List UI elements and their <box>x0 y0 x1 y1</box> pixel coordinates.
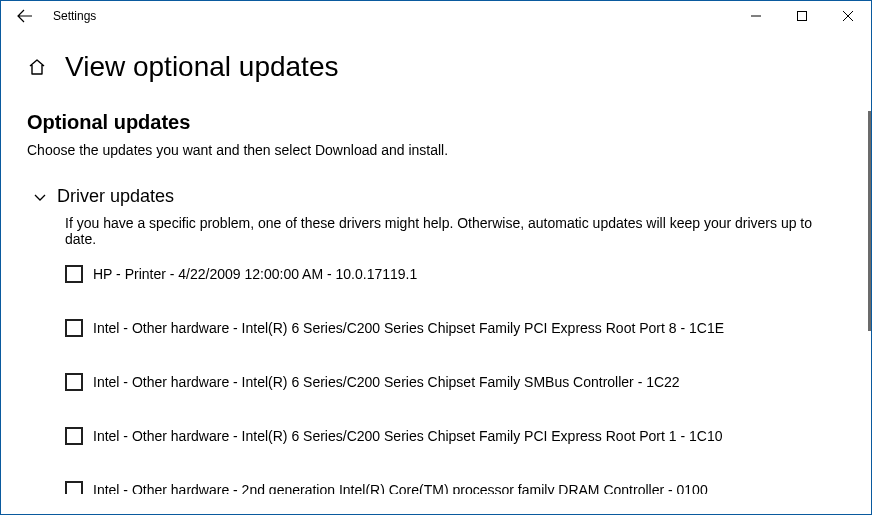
maximize-icon <box>797 11 807 21</box>
scrollbar[interactable] <box>868 111 871 331</box>
window-controls <box>733 1 871 31</box>
chevron-down-icon <box>33 190 47 204</box>
back-button[interactable] <box>9 1 41 31</box>
expander-label: Driver updates <box>57 186 174 207</box>
update-label: HP - Printer - 4/22/2009 12:00:00 AM - 1… <box>93 266 417 282</box>
checkbox[interactable] <box>65 265 83 283</box>
checkbox[interactable] <box>65 481 83 494</box>
maximize-button[interactable] <box>779 1 825 31</box>
expander-description: If you have a specific problem, one of t… <box>65 215 845 247</box>
page-title: View optional updates <box>65 51 338 83</box>
close-button[interactable] <box>825 1 871 31</box>
list-item[interactable]: Intel - Other hardware - 2nd generation … <box>65 481 845 494</box>
update-label: Intel - Other hardware - 2nd generation … <box>93 482 708 494</box>
update-list: HP - Printer - 4/22/2009 12:00:00 AM - 1… <box>65 265 845 494</box>
list-item[interactable]: Intel - Other hardware - Intel(R) 6 Seri… <box>65 319 845 337</box>
minimize-button[interactable] <box>733 1 779 31</box>
home-icon <box>27 57 47 77</box>
update-label: Intel - Other hardware - Intel(R) 6 Seri… <box>93 428 722 444</box>
list-item[interactable]: HP - Printer - 4/22/2009 12:00:00 AM - 1… <box>65 265 845 283</box>
section-title: Optional updates <box>27 111 845 134</box>
update-label: Intel - Other hardware - Intel(R) 6 Seri… <box>93 320 724 336</box>
page-header: View optional updates <box>1 31 871 91</box>
minimize-icon <box>751 11 761 21</box>
checkbox[interactable] <box>65 319 83 337</box>
app-title: Settings <box>53 9 96 23</box>
checkbox[interactable] <box>65 373 83 391</box>
section-subtext: Choose the updates you want and then sel… <box>27 142 845 158</box>
list-item[interactable]: Intel - Other hardware - Intel(R) 6 Seri… <box>65 373 845 391</box>
titlebar: Settings <box>1 1 871 31</box>
checkbox[interactable] <box>65 427 83 445</box>
svg-rect-0 <box>798 12 807 21</box>
driver-updates-expander[interactable]: Driver updates <box>33 186 845 207</box>
list-item[interactable]: Intel - Other hardware - Intel(R) 6 Seri… <box>65 427 845 445</box>
content-area: Optional updates Choose the updates you … <box>1 91 871 494</box>
home-button[interactable] <box>27 57 47 77</box>
update-label: Intel - Other hardware - Intel(R) 6 Seri… <box>93 374 680 390</box>
close-icon <box>843 11 853 21</box>
arrow-left-icon <box>17 8 33 24</box>
